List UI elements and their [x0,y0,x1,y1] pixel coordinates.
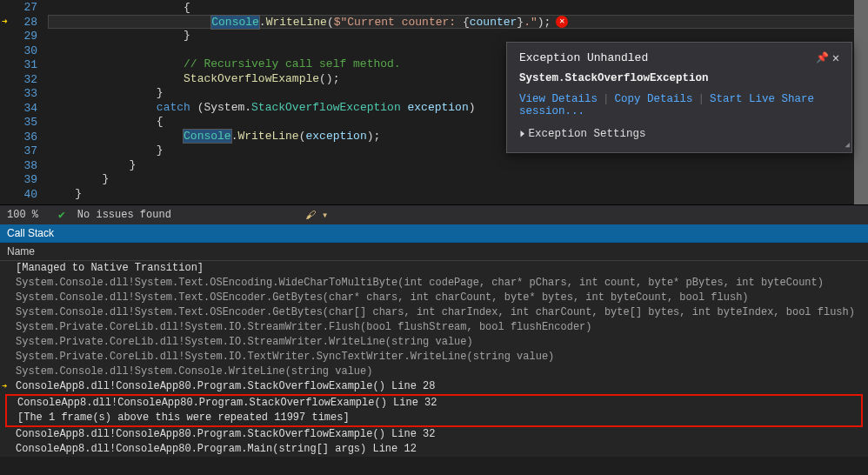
callstack-row[interactable]: System.Console.dll!System.Console.WriteL… [0,365,868,379]
callstack-list[interactable]: [Managed to Native Transition]System.Con… [0,261,868,457]
callstack-row[interactable]: System.Private.CoreLib.dll!System.IO.Str… [0,335,868,350]
zoom-level[interactable]: 100 % [7,209,46,221]
callstack-row[interactable]: System.Console.dll!System.Text.OSEncoder… [0,291,868,305]
error-icon[interactable]: ✕ [556,16,568,28]
status-bar: 100 % ✔ No issues found 🖌 ▾ [0,204,868,224]
code-line[interactable]: { [48,1,868,16]
issues-text: No issues found [77,209,171,221]
view-details-link[interactable]: View Details [519,93,598,105]
callstack-row[interactable]: System.Console.dll!System.Text.OSEncodin… [0,276,868,291]
callstack-row[interactable]: System.Console.dll!System.Text.OSEncoder… [0,305,868,320]
popup-title: Exception Unhandled [519,51,815,64]
callstack-row[interactable]: System.Private.CoreLib.dll!System.IO.Tex… [0,350,868,365]
code-line[interactable]: } [48,172,868,187]
callstack-row[interactable]: System.Private.CoreLib.dll!System.IO.Str… [0,320,868,335]
pin-icon[interactable]: 📌 [815,51,829,64]
exception-type: System.StackOverflowException [519,72,839,84]
callstack-column-header[interactable]: Name [0,243,868,261]
repeated-frames-box: ConsoleApp8.dll!ConsoleApp80.Program.Sta… [5,394,863,427]
brush-icon[interactable]: 🖌 ▾ [305,209,328,222]
resize-grip-icon[interactable]: ◢ [845,140,848,150]
code-line[interactable]: } [48,158,868,173]
callstack-row[interactable]: [Managed to Native Transition] [0,261,868,276]
callstack-row[interactable]: ConsoleApp8.dll!ConsoleApp80.Program.Mai… [0,442,868,457]
callstack-row[interactable]: ➜ConsoleApp8.dll!ConsoleApp80.Program.St… [0,379,868,394]
check-icon: ✔ [58,208,65,222]
callstack-row[interactable]: ConsoleApp8.dll!ConsoleApp80.Program.Sta… [0,427,868,442]
current-line-arrow-icon: ➜ [2,16,8,27]
editor-scrollbar[interactable] [854,0,868,204]
popup-links: View Details|Copy Details|Start Live Sha… [519,93,839,117]
exception-popup: Exception Unhandled 📌 ✕ System.StackOver… [506,42,852,153]
callstack-row[interactable]: ConsoleApp8.dll!ConsoleApp80.Program.Sta… [7,396,861,411]
copy-details-link[interactable]: Copy Details [615,93,693,105]
code-line[interactable]: } [48,187,868,202]
callstack-row[interactable]: [The 1 frame(s) above this were repeated… [7,411,861,425]
exception-settings-toggle[interactable]: ▶Exception Settings [519,126,839,140]
line-gutter: 2728293031323334353637383940 [0,0,48,204]
close-icon[interactable]: ✕ [829,50,843,65]
callstack-title[interactable]: Call Stack [0,224,868,243]
current-frame-arrow-icon: ➜ [2,379,7,394]
code-line[interactable]: Console.WriteLine($"Current counter: {co… [48,15,868,30]
